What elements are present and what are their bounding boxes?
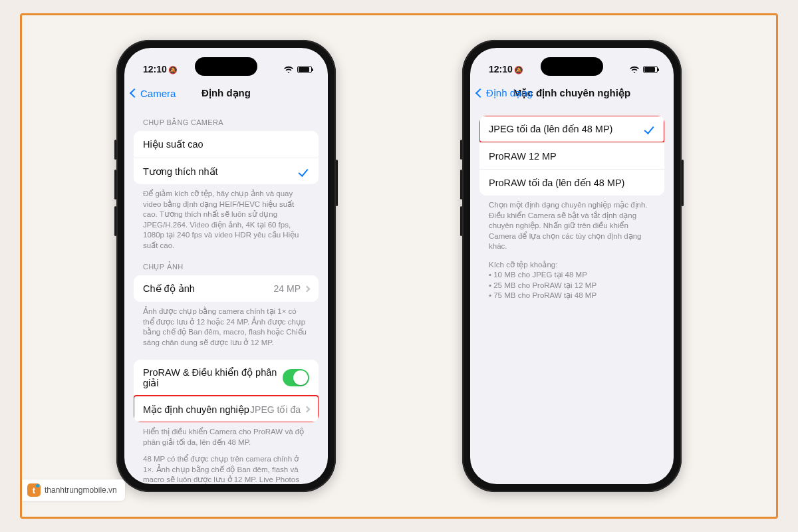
footer-desc: Chọn một định dạng chuyên nghiệp mặc địn… xyxy=(479,196,664,252)
option-jpeg-max[interactable]: JPEG tối đa (lên đến 48 MP) xyxy=(479,116,664,142)
settings-content[interactable]: CHỤP BẰNG CAMERA Hiệu suất cao Tương thí… xyxy=(124,106,328,484)
silent-icon: 🔕 xyxy=(514,66,523,74)
footer-photo: Ảnh được chụp bằng camera chính tại 1× c… xyxy=(134,302,319,348)
footer-pro-1: Hiển thị điều khiển Camera cho ProRAW và… xyxy=(134,422,319,448)
dynamic-island xyxy=(541,57,603,76)
wifi-icon xyxy=(283,65,294,73)
settings-content[interactable]: JPEG tối đa (lên đến 48 MP) ProRAW 12 MP… xyxy=(470,106,674,484)
row-photo-mode[interactable]: Chế độ ảnh 24 MP xyxy=(134,275,319,302)
back-button[interactable]: Camera xyxy=(131,88,176,99)
group-camera-capture: CHỤP BẰNG CAMERA xyxy=(134,106,319,131)
row-most-compatible[interactable]: Tương thích nhất xyxy=(134,158,319,184)
check-icon xyxy=(644,124,654,134)
chevron-left-icon xyxy=(475,88,485,98)
screen-pro-default: 12:10🔕 Định dạng Mặc định chuyên nghiệp … xyxy=(470,48,674,484)
battery-icon xyxy=(643,66,658,73)
watermark-text: thanhtrungmobile.vn xyxy=(45,485,117,495)
footer-capture: Để giảm kích cỡ tệp, hãy chụp ảnh và qua… xyxy=(134,184,319,251)
footer-sizes: Kích cỡ tệp khoảng: • 10 MB cho JPEG tại… xyxy=(479,252,664,301)
check-icon xyxy=(298,166,308,177)
footer-pro-2: 48 MP có thể được chụp trên camera chính… xyxy=(134,448,319,484)
back-button[interactable]: Định dạng xyxy=(477,87,533,99)
dynamic-island xyxy=(195,57,257,76)
phone-left: 12:10🔕 Camera Định dạng CHỤP BẰNG CAMERA… xyxy=(116,40,336,492)
status-time: 12:10 xyxy=(489,64,513,74)
row-proraw-toggle[interactable]: ProRAW & Điều khiển độ phân giải xyxy=(134,360,319,396)
nav-bar: Định dạng Mặc định chuyên nghiệp xyxy=(470,80,674,106)
back-label: Camera xyxy=(140,88,176,99)
option-proraw-max[interactable]: ProRAW tối đa (lên đến 48 MP) xyxy=(479,169,664,196)
page-title: Định dạng xyxy=(201,87,251,99)
image-frame: 12:10🔕 Camera Định dạng CHỤP BẰNG CAMERA… xyxy=(20,13,778,519)
row-high-efficiency[interactable]: Hiệu suất cao xyxy=(134,131,319,158)
chevron-right-icon xyxy=(304,285,311,292)
group-photo: CHỤP ẢNH xyxy=(134,251,319,275)
status-time: 12:10 xyxy=(143,64,167,74)
watermark: t thanhtrungmobile.vn xyxy=(22,479,125,501)
battery-icon xyxy=(297,66,312,73)
wifi-icon xyxy=(629,65,640,73)
chevron-right-icon xyxy=(304,406,311,413)
chevron-left-icon xyxy=(130,88,139,98)
silent-icon: 🔕 xyxy=(168,66,177,74)
nav-bar: Camera Định dạng xyxy=(124,80,328,106)
toggle-on-icon[interactable] xyxy=(283,369,309,386)
back-label: Định dạng xyxy=(486,87,533,99)
screen-formats: 12:10🔕 Camera Định dạng CHỤP BẰNG CAMERA… xyxy=(124,48,328,484)
option-proraw-12[interactable]: ProRAW 12 MP xyxy=(479,142,664,169)
watermark-icon: t xyxy=(27,483,41,497)
row-pro-default[interactable]: Mặc định chuyên nghiệp JPEG tối đa xyxy=(134,396,319,422)
phone-right: 12:10🔕 Định dạng Mặc định chuyên nghiệp … xyxy=(462,40,682,492)
